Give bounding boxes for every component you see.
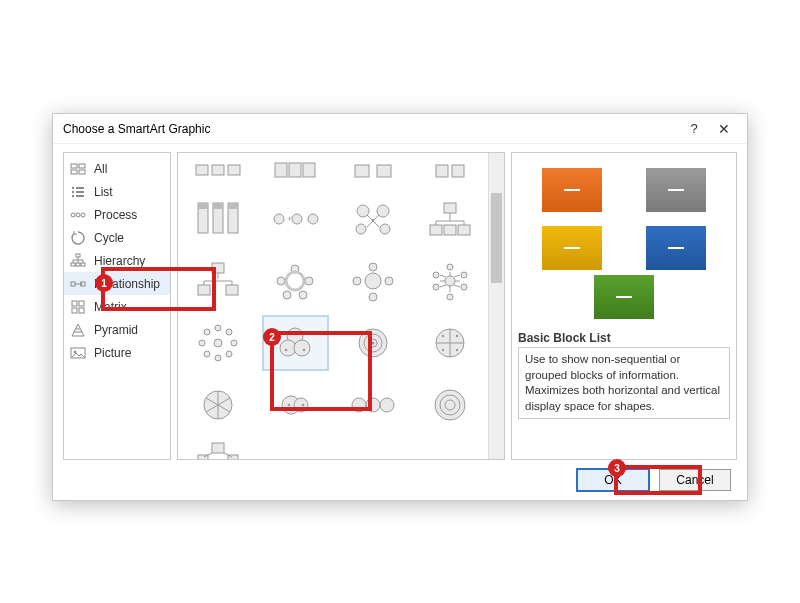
category-relationship[interactable]: Relationship [64,272,170,295]
category-label: Matrix [94,300,127,314]
svg-point-6 [72,190,74,192]
layout-thumb[interactable] [417,315,485,371]
svg-rect-7 [76,191,84,193]
svg-rect-1 [79,164,85,168]
svg-point-70 [461,272,467,278]
category-cycle[interactable]: Cycle [64,226,170,249]
category-list: All List Process Cycle [63,152,171,460]
svg-rect-54 [212,263,224,273]
category-pyramid[interactable]: Pyramid [64,318,170,341]
svg-point-80 [226,329,232,335]
layout-thumb[interactable] [417,377,485,433]
svg-point-66 [369,293,377,301]
svg-point-8 [72,194,74,196]
titlebar: Choose a SmartArt Graphic ? ✕ [53,114,747,144]
svg-point-104 [352,398,366,412]
svg-rect-9 [76,195,84,197]
svg-point-96 [456,335,458,337]
layout-thumb[interactable] [184,157,252,185]
svg-point-48 [356,224,366,234]
svg-rect-14 [71,263,75,266]
layout-gallery: +→ [177,152,505,460]
svg-rect-39 [213,203,223,209]
layout-thumb[interactable] [184,253,252,309]
layout-thumb[interactable] [339,315,407,371]
layout-thumb[interactable] [262,377,330,433]
cancel-button[interactable]: Cancel [659,469,731,491]
svg-point-4 [72,186,74,188]
category-picture[interactable]: Picture [64,341,170,364]
layout-thumb[interactable] [339,157,407,185]
svg-point-60 [283,291,291,299]
close-button[interactable]: ✕ [709,121,739,137]
picture-icon [70,345,86,361]
svg-point-68 [445,276,455,286]
svg-point-101 [294,398,308,412]
category-label: Cycle [94,231,124,245]
svg-rect-51 [430,225,442,235]
layout-thumb[interactable] [184,191,252,247]
svg-point-82 [204,351,210,357]
svg-rect-20 [79,301,84,306]
svg-point-59 [305,277,313,285]
svg-point-102 [288,404,291,407]
layout-thumb[interactable] [184,315,252,371]
svg-rect-16 [81,263,85,266]
preview-name: Basic Block List [518,331,730,345]
ok-button[interactable]: OK [577,469,649,491]
svg-point-88 [285,349,288,352]
svg-point-103 [302,404,305,407]
category-list-item[interactable]: List [64,180,170,203]
svg-point-95 [442,335,444,337]
category-all[interactable]: All [64,157,170,180]
svg-point-62 [286,272,304,290]
svg-point-79 [199,340,205,346]
layout-thumb[interactable] [339,377,407,433]
svg-rect-53 [458,225,470,235]
layout-thumb[interactable] [417,253,485,309]
svg-point-89 [303,349,306,352]
svg-point-73 [433,284,439,290]
svg-point-93 [371,342,374,345]
svg-point-87 [294,333,297,336]
svg-rect-30 [303,163,315,177]
layout-thumb[interactable] [262,253,330,309]
svg-point-81 [226,351,232,357]
layout-thumb[interactable] [417,157,485,185]
layout-thumb[interactable] [417,191,485,247]
layout-thumb[interactable] [339,439,407,460]
category-process[interactable]: Process [64,203,170,226]
layout-grid: +→ [184,157,484,460]
category-label: Pyramid [94,323,138,337]
layout-thumb[interactable]: +→ [262,191,330,247]
layout-thumb[interactable] [184,377,252,433]
help-button[interactable]: ? [679,121,709,136]
gallery-scrollbar[interactable] [488,153,504,459]
smartart-dialog: Choose a SmartArt Graphic ? ✕ All List [52,113,748,501]
svg-rect-21 [72,308,77,313]
layout-thumb[interactable] [339,191,407,247]
svg-rect-34 [452,165,464,177]
svg-text:+: + [287,214,292,224]
category-label: Relationship [94,277,160,291]
category-hierarchy[interactable]: Hierarchy [64,249,170,272]
layout-thumb[interactable] [417,439,485,460]
svg-point-75 [214,339,222,347]
layout-thumb[interactable] [184,439,252,460]
preview-block [646,168,706,212]
svg-point-64 [369,263,377,271]
svg-rect-22 [79,308,84,313]
category-matrix[interactable]: Matrix [64,295,170,318]
all-icon [70,161,86,177]
layout-thumb[interactable] [339,253,407,309]
svg-point-69 [447,264,453,270]
dialog-footer: OK Cancel [53,460,747,500]
layout-thumb[interactable] [262,439,330,460]
layout-thumb[interactable] [262,157,330,185]
svg-point-67 [353,277,361,285]
layout-thumb-selected[interactable] [262,315,330,371]
svg-point-49 [380,224,390,234]
svg-point-72 [447,294,453,300]
scrollbar-thumb[interactable] [491,193,502,283]
svg-point-71 [461,284,467,290]
